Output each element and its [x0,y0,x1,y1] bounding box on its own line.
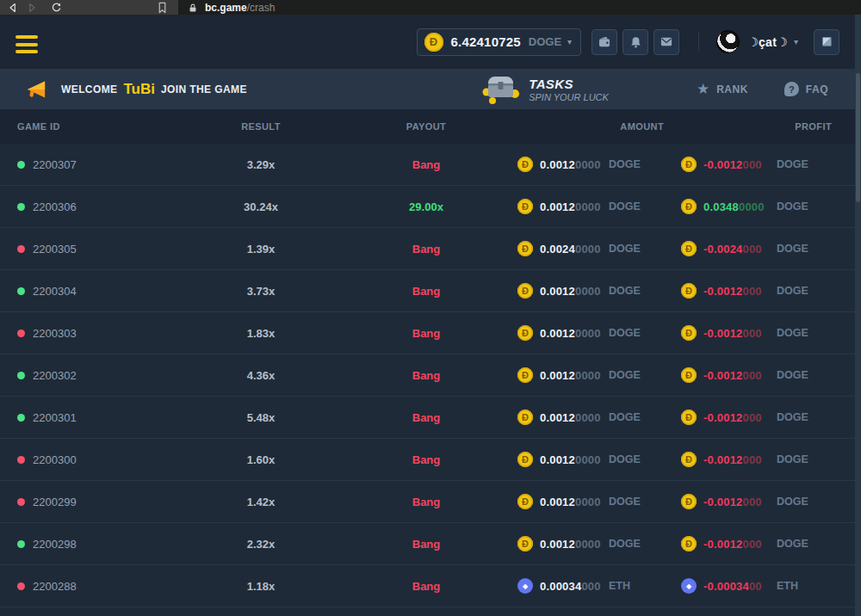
chat-icon [821,35,833,48]
table-header: GAME ID RESULT PAYOUT AMOUNT PROFIT [0,109,861,144]
coin-icon: Đ [517,494,533,509]
faq-button[interactable]: ? FAQ [784,82,828,96]
table-row[interactable]: 2200301 5.48x Bang Đ 0.00120000 DOGE Đ -… [0,397,861,439]
menu-button[interactable] [15,35,38,53]
status-dot [17,287,25,295]
amount-cell: Đ 0.00120000 DOGE [517,481,641,522]
profit-currency: DOGE [777,243,808,255]
table-row[interactable]: 2200305 1.39x Bang Đ 0.00240000 DOGE Đ -… [0,228,861,270]
browser-refresh-button[interactable] [46,0,65,15]
table-row[interactable]: 2200299 1.42x Bang Đ 0.00120000 DOGE Đ -… [0,481,861,523]
profit-currency: DOGE [777,200,808,213]
scrollbar[interactable] [855,15,861,616]
table-row[interactable]: 2200304 3.73x Bang Đ 0.00120000 DOGE Đ -… [0,270,861,312]
balance-selector[interactable]: Đ 6.42410725 DOGE ▾ [417,28,582,56]
amount-currency: DOGE [609,158,641,170]
coin-icon: Đ [517,241,533,256]
messages-button[interactable] [653,29,679,55]
result-value: 1.83x [224,312,298,354]
table-row[interactable]: 2200307 3.29x Bang Đ 0.00120000 DOGE Đ -… [0,144,861,186]
amount-value: 0.00120000 [540,453,609,466]
url-text: bc.game/crash [205,2,275,14]
url-bar[interactable]: bc.game/crash [178,0,861,15]
balance-amount: 6.42410725 [451,34,521,49]
table-row[interactable]: 2200298 2.32x Bang Đ 0.00120000 DOGE Đ -… [0,523,861,565]
game-id: 2200298 [33,538,77,551]
payout-value: Bang [362,565,491,607]
column-header-game-id: GAME ID [17,109,60,144]
game-id-cell: 2200306 [17,186,77,227]
coin-icon: Đ [681,452,697,467]
payout-value: Bang [362,481,491,522]
result-value: 3.29x [224,144,298,185]
coin-icon: Đ [681,241,697,256]
game-id: 2200301 [33,411,77,424]
profit-cell: Đ -0.0012000 DOGE [681,439,808,480]
result-value: 30.24x [224,186,298,227]
rank-button[interactable]: ★ RANK [697,82,748,96]
wallet-button[interactable] [592,29,617,55]
profit-value: -0.0012000 [703,411,777,424]
payout-value: Bang [362,228,491,269]
game-history-table: 2200307 3.29x Bang Đ 0.00120000 DOGE Đ -… [0,144,861,607]
coin-icon: Đ [517,157,533,172]
profit-cell: Đ 0.03480000 DOGE [681,186,808,227]
amount-value: 0.00120000 [540,411,609,424]
live-chat-button[interactable] [814,29,839,55]
coin-icon: Đ [681,325,697,341]
column-header-result: RESULT [224,109,298,144]
amount-currency: ETH [609,580,630,592]
chevron-down-icon: ▾ [567,37,572,46]
amount-currency: DOGE [609,496,641,508]
status-dot [17,456,25,464]
profit-value: -0.0024000 [703,243,777,256]
amount-currency: DOGE [609,453,641,465]
notifications-button[interactable] [623,29,648,55]
coin-icon: Đ [517,367,533,383]
profit-cell: Đ -0.0012000 DOGE [681,523,808,564]
welcome-message[interactable]: WELCOME TuBi JOIN THE GAME [61,81,247,98]
profit-currency: DOGE [777,453,808,465]
user-menu[interactable]: ☽çat☽ ▾ [716,30,798,53]
bookmark-icon[interactable] [157,0,168,15]
profit-currency: ETH [777,580,798,592]
profit-cell: Đ -0.0012000 DOGE [681,354,808,396]
status-dot [17,540,25,548]
table-row[interactable]: 2200300 1.60x Bang Đ 0.00120000 DOGE Đ -… [0,439,861,481]
star-icon: ★ [697,82,709,96]
column-header-profit: PROFIT [681,109,832,144]
amount-value: 0.00120000 [540,496,609,508]
amount-cell: Đ 0.00120000 DOGE [517,397,641,438]
tasks-widget[interactable]: TASKS SPIN YOUR LUCK [480,73,609,106]
amount-currency: DOGE [609,327,641,339]
amount-cell: Đ 0.00120000 DOGE [517,439,641,480]
amount-cell: ◆ 0.00034000 ETH [517,565,630,607]
game-id: 2200299 [33,496,77,508]
profit-cell: ◆ -0.0003400 ETH [681,565,798,607]
scrollbar-thumb[interactable] [856,73,860,202]
browser-forward-button[interactable] [22,0,41,15]
coin-icon: Đ [681,367,697,383]
table-row[interactable]: 2200303 1.83x Bang Đ 0.00120000 DOGE Đ -… [0,312,861,354]
coin-icon: Đ [681,283,697,299]
amount-value: 0.00120000 [540,285,609,298]
coin-icon: Đ [517,325,533,341]
profit-value: 0.03480000 [703,200,777,213]
amount-currency: DOGE [609,538,641,550]
table-row[interactable]: 2200306 30.24x 29.00x Đ 0.00120000 DOGE … [0,186,861,228]
table-row[interactable]: 2200302 4.36x Bang Đ 0.00120000 DOGE Đ -… [0,354,861,397]
browser-back-button[interactable] [3,0,22,15]
amount-cell: Đ 0.00120000 DOGE [517,186,641,227]
coin-icon: Đ [681,494,697,509]
result-value: 5.48x [224,397,298,438]
profit-value: -0.0003400 [703,580,777,593]
game-id: 2200300 [33,453,77,466]
game-id: 2200305 [33,243,77,256]
table-row[interactable]: 2200288 1.18x Bang ◆ 0.00034000 ETH ◆ -0… [0,565,861,607]
megaphone-icon [26,79,47,100]
payout-value: Bang [362,270,491,311]
question-icon: ? [784,82,799,96]
game-id-cell: 2200299 [17,481,77,522]
doge-coin-icon: Đ [424,33,443,52]
column-header-payout: PAYOUT [362,109,491,144]
